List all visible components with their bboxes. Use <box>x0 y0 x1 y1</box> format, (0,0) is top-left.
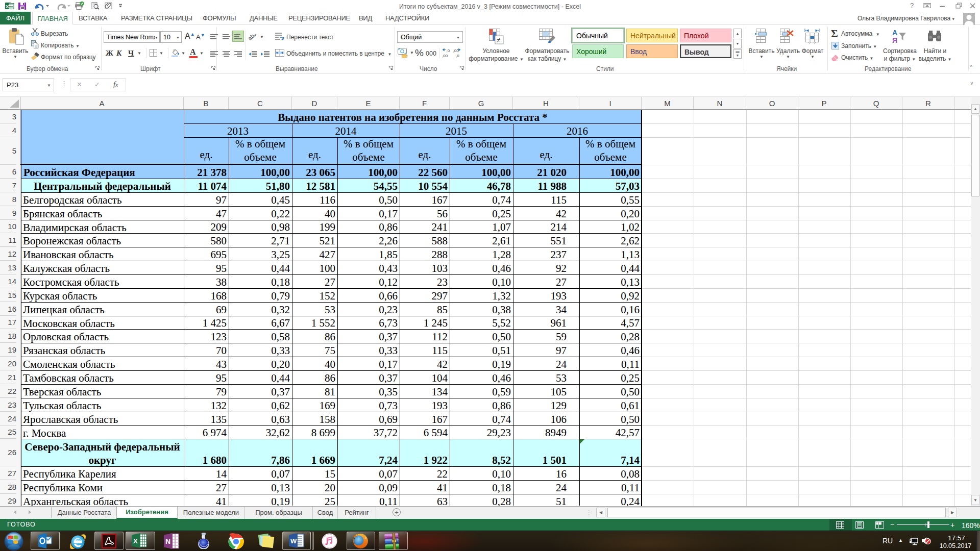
svg-text:Я: Я <box>892 36 897 44</box>
svg-text:?: ? <box>910 2 914 9</box>
svg-text:,00: ,00 <box>442 54 448 58</box>
svg-text:N: N <box>165 537 170 545</box>
svg-text:А: А <box>892 29 897 37</box>
svg-text:,0: ,0 <box>456 54 459 58</box>
svg-text:,00: ,00 <box>453 48 459 53</box>
svg-text:≠: ≠ <box>497 36 500 44</box>
svg-text:ab: ab <box>249 33 255 41</box>
svg-text:W: W <box>290 537 297 545</box>
svg-text:,0: ,0 <box>447 48 450 53</box>
svg-text:X: X <box>133 537 138 545</box>
